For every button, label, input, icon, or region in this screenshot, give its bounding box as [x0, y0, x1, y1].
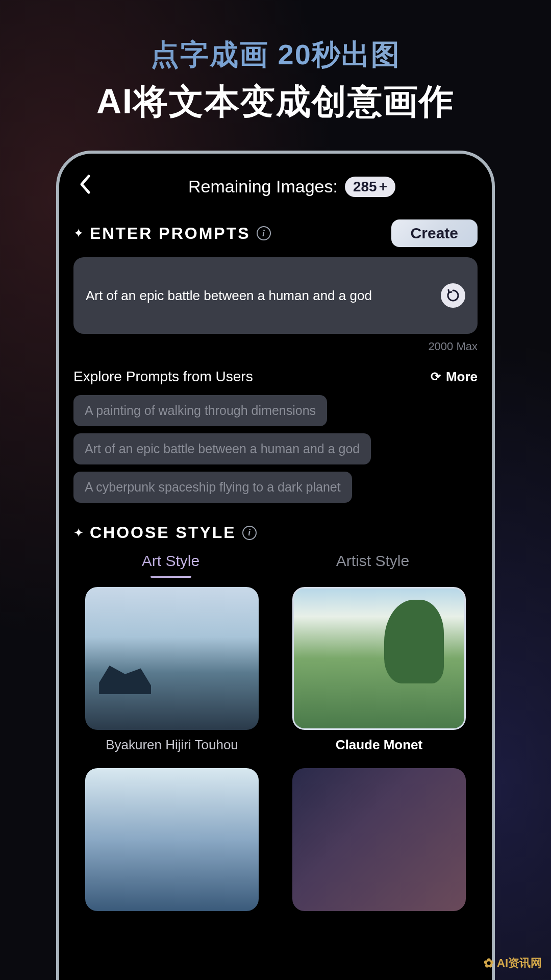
plus-icon: +: [379, 179, 387, 195]
enter-prompts-title: ENTER PROMPTS: [90, 224, 251, 243]
choose-style-header: ✦ CHOOSE STYLE i: [73, 523, 478, 542]
watermark: ✿ AI资讯网: [484, 955, 542, 971]
prompt-input[interactable]: Art of an epic battle between a human an…: [73, 257, 478, 334]
style-card[interactable]: Byakuren Hijiri Touhou: [79, 587, 265, 753]
sparkle-icon: ✦: [73, 226, 84, 240]
style-tabs: Art Style Artist Style: [73, 552, 478, 575]
enter-prompts-header: ✦ ENTER PROMPTS i Create: [73, 219, 478, 247]
refresh-icon: [446, 288, 460, 303]
info-icon[interactable]: i: [242, 526, 257, 540]
style-card[interactable]: [79, 768, 265, 911]
style-thumbnail: [85, 587, 259, 730]
style-thumbnail: [292, 768, 466, 911]
remaining-label: Remaining Images:: [188, 177, 338, 197]
max-chars-label: 2000 Max: [73, 340, 478, 353]
prompt-text: Art of an epic battle between a human an…: [86, 286, 431, 305]
watermark-text: AI资讯网: [497, 955, 542, 971]
tab-art-style[interactable]: Art Style: [142, 552, 199, 575]
promo-header: 点字成画 20秒出图 AI将文本变成创意画作: [0, 0, 551, 135]
flower-icon: ✿: [484, 956, 494, 970]
style-grid: Byakuren Hijiri Touhou Claude Monet: [73, 587, 478, 911]
explore-header: Explore Prompts from Users ⟳ More: [73, 369, 478, 385]
suggestion-item[interactable]: Art of an epic battle between a human an…: [73, 433, 371, 464]
style-thumbnail: [85, 768, 259, 911]
suggestion-item[interactable]: A cyberpunk spaceship flying to a dark p…: [73, 472, 352, 503]
style-thumbnail: [292, 587, 466, 730]
chevron-left-icon: [79, 174, 91, 194]
style-name: Claude Monet: [336, 737, 422, 753]
top-bar: Remaining Images: 285 +: [73, 174, 478, 199]
back-button[interactable]: [73, 174, 96, 199]
remaining-count: 285: [353, 179, 377, 195]
style-card[interactable]: [286, 768, 472, 911]
sparkle-icon: ✦: [73, 526, 84, 540]
remaining-badge[interactable]: 285 +: [345, 177, 395, 197]
refresh-prompt-button[interactable]: [441, 283, 465, 308]
info-icon[interactable]: i: [257, 226, 271, 240]
promo-tagline-1: 点字成画 20秒出图: [0, 36, 551, 75]
style-card[interactable]: Claude Monet: [286, 587, 472, 753]
suggestion-item[interactable]: A painting of walking through dimensions: [73, 395, 327, 426]
more-button[interactable]: ⟳ More: [431, 369, 478, 385]
refresh-icon: ⟳: [431, 370, 441, 384]
tab-artist-style[interactable]: Artist Style: [336, 552, 409, 575]
remaining-images: Remaining Images: 285 +: [106, 177, 478, 197]
create-button[interactable]: Create: [391, 219, 478, 247]
more-label: More: [446, 369, 478, 385]
promo-tagline-2: AI将文本变成创意画作: [0, 79, 551, 125]
choose-style-title: CHOOSE STYLE: [90, 523, 236, 542]
suggestions-list: A painting of walking through dimensions…: [73, 395, 478, 503]
style-name: Byakuren Hijiri Touhou: [106, 737, 238, 753]
phone-frame: Remaining Images: 285 + ✦ ENTER PROMPTS …: [56, 151, 495, 980]
explore-label: Explore Prompts from Users: [73, 369, 253, 385]
